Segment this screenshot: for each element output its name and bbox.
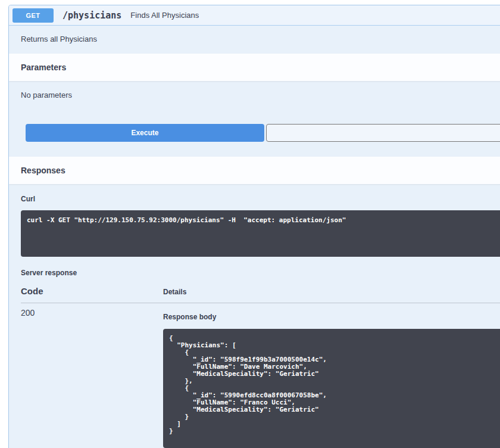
response-body: { "Physicians": [ { "_id": "598f9e1f99b3… (163, 329, 500, 448)
clear-button[interactable] (266, 124, 500, 142)
operation-description: Returns all Physicians (9, 26, 500, 54)
code-column-header: Code (21, 287, 163, 296)
operation-block-get-physicians: GET /physicians Finds All Physicians Ret… (8, 5, 500, 448)
responses-section-header: Responses (9, 157, 500, 184)
execute-button[interactable]: Execute (26, 124, 264, 142)
responses-table: Code Details 200 Response body { "Physic… (21, 287, 500, 448)
responses-body: Curl curl -X GET "http://129.150.75.92:3… (9, 184, 500, 448)
endpoint-path: /physicians (62, 10, 121, 21)
status-code: 200 (21, 309, 163, 448)
curl-label: Curl (21, 195, 500, 203)
response-details-cell: Response body { "Physicians": [ { "_id":… (163, 309, 500, 448)
parameters-section-header: Parameters (9, 54, 500, 81)
responses-title: Responses (21, 166, 65, 175)
operation-summary[interactable]: GET /physicians Finds All Physicians (9, 5, 500, 26)
parameters-title: Parameters (21, 63, 66, 72)
response-row: 200 Response body { "Physicians": [ { "_… (21, 303, 500, 448)
no-parameters-message: No parameters (9, 81, 500, 112)
responses-table-header: Code Details (21, 287, 500, 303)
curl-command[interactable]: curl -X GET "http://129.150.75.92:3000/p… (21, 210, 500, 257)
http-method-badge: GET (12, 8, 54, 23)
server-response-label: Server response (21, 269, 500, 277)
execute-wrapper: Execute (9, 112, 500, 157)
endpoint-summary-text: Finds All Physicians (130, 11, 199, 20)
response-body-label: Response body (163, 313, 500, 321)
details-column-header: Details (163, 288, 186, 296)
